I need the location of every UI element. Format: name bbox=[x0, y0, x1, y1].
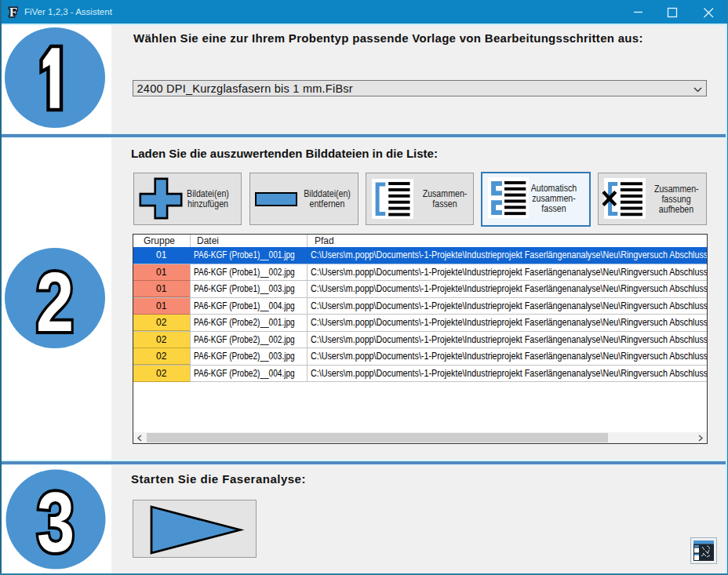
svg-text:2: 2 bbox=[36, 254, 74, 349]
svg-text:3: 3 bbox=[37, 474, 75, 569]
